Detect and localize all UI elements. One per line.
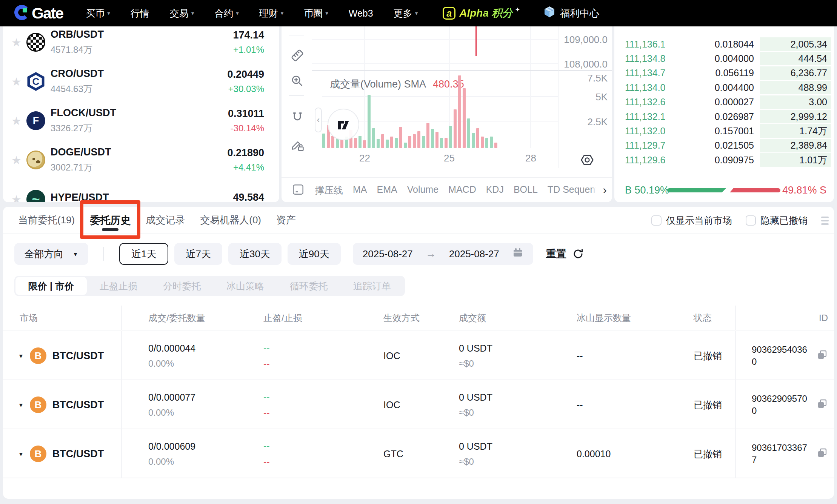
btc-icon: B [30, 446, 46, 462]
ask-price: 111,129.6 [625, 155, 666, 166]
favorite-star-icon[interactable]: ★ [11, 193, 25, 203]
expand-row-icon[interactable]: ▼ [18, 451, 24, 457]
copy-icon[interactable] [817, 349, 828, 362]
welfare-center-link[interactable]: 福利中心 [543, 5, 599, 22]
lock-drawings-tool-icon[interactable] [290, 137, 305, 154]
pair-volume: 4571.84万 [51, 44, 233, 56]
expand-row-icon[interactable]: ▼ [18, 402, 24, 408]
date-range-pill[interactable]: 近1天 [119, 243, 168, 265]
zoom-in-tool-icon[interactable] [290, 74, 305, 90]
chevron-down-icon: ▾ [107, 10, 110, 17]
date-range-pill[interactable]: 近90天 [288, 243, 341, 265]
ask-price: 111,132.6 [625, 97, 666, 108]
indicator-item[interactable]: EMA [377, 184, 397, 197]
order-pair: BTC/USDT [52, 350, 104, 362]
indicator-item[interactable]: Volume [407, 184, 439, 197]
date-range-picker[interactable]: 2025-08-27 → 2025-08-27 [353, 243, 533, 265]
volume-bar [422, 136, 425, 148]
ask-cumulative: 3.00 [760, 95, 831, 109]
watchlist-row[interactable]: ★ ORB/USDT 4571.84万 174.14 +1.01% [3, 26, 279, 62]
nav-menu-item[interactable]: 行情 ▾ [131, 7, 149, 20]
reset-button[interactable]: 重置 [546, 247, 584, 261]
indicator-item[interactable]: BOLL [514, 184, 538, 197]
gate-logo[interactable]: Gate [13, 3, 63, 23]
calendar-icon[interactable] [291, 183, 305, 198]
orders-table-header: 市场 成交/委托数量 止盈/止损 生效方式 成交额 冰山显示数量 状态 ID [3, 306, 834, 330]
pair-name: ORB/USDT [51, 29, 233, 40]
orderbook-row[interactable]: 111,132.6 0.000027 3.00 [614, 95, 834, 109]
order-type-tab[interactable]: 分时委托 [150, 277, 214, 295]
nav-menu-item[interactable]: 合约 ▾ [214, 7, 239, 20]
watchlist-row[interactable]: ★ F FLOCK/USDT 3326.27万 0.31011 -30.14% [3, 101, 279, 140]
orderbook-row[interactable]: 111,132.0 0.157001 1.74万 [614, 124, 834, 138]
checkbox-icon[interactable] [746, 215, 756, 226]
indicator-item[interactable]: MA [353, 184, 367, 197]
order-type-tab[interactable]: 限价 | 市价 [15, 277, 87, 295]
iceberg-amount: -- [574, 400, 691, 410]
orderbook-row[interactable]: 111,134.8 0.004000 444.54 [614, 51, 834, 66]
orders-tab[interactable]: 当前委托(19) [18, 207, 75, 234]
ruler-tool-icon[interactable] [290, 48, 305, 64]
nav-menu-item[interactable]: Web3 ▾ [349, 8, 373, 19]
orderbook-row[interactable]: 111,136.1 0.018044 2,005.34 [614, 37, 834, 51]
magnet-tool-icon[interactable] [290, 110, 305, 126]
direction-filter-dropdown[interactable]: 全部方向 ▼ [14, 243, 88, 265]
ask-cumulative: 1.01万 [760, 153, 831, 167]
arrow-right-icon: → [426, 248, 436, 260]
btc-icon: B [30, 347, 46, 364]
favorite-star-icon[interactable]: ★ [11, 36, 25, 49]
pair-price: 0.20449 [227, 69, 264, 80]
favorite-star-icon[interactable]: ★ [11, 154, 25, 167]
copy-icon[interactable] [817, 447, 828, 460]
collapse-toolbar-handle[interactable]: ‹ [315, 108, 322, 132]
orderbook-row[interactable]: 111,134.7 0.056119 6,236.77 [614, 66, 834, 80]
orders-tab[interactable]: 成交记录 [146, 207, 185, 234]
indicator-item[interactable]: KDJ [486, 184, 504, 197]
show-current-market-checkbox[interactable]: 仅显示当前市场 [651, 214, 732, 227]
order-type-tab[interactable]: 循环委托 [277, 277, 340, 295]
nav-menu-item[interactable]: 买币 ▾ [86, 7, 110, 20]
volume-bar [390, 137, 393, 148]
nav-menu-item[interactable]: 币圈 ▾ [304, 7, 328, 20]
ask-cumulative: 488.99 [760, 81, 831, 94]
nav-menu-item[interactable]: 更多 ▾ [394, 7, 418, 20]
favorite-star-icon[interactable]: ★ [11, 75, 25, 88]
checkbox-icon[interactable] [651, 215, 662, 226]
favorite-star-icon[interactable]: ★ [11, 114, 25, 128]
copy-icon[interactable] [817, 398, 828, 411]
sparkle-icon: ✦ [515, 6, 520, 13]
pair-price: 174.14 [233, 29, 264, 41]
take-profit: -- [263, 391, 380, 402]
hide-cancelled-checkbox[interactable]: 隐藏已撤销 [746, 214, 808, 227]
volume-bar [449, 126, 452, 148]
order-type-tab[interactable]: 追踪订单 [340, 277, 404, 295]
order-type-tab[interactable]: 冰山策略 [214, 277, 277, 295]
orderbook-row[interactable]: 111,129.6 0.090975 1.01万 [614, 153, 834, 167]
deal-usd: ≈$0 [459, 456, 574, 467]
watchlist-row[interactable]: ★ CRO/USDT 4454.63万 0.20449 +30.03% [3, 62, 279, 101]
orders-tab[interactable]: 资产 [276, 207, 296, 234]
order-type-tab[interactable]: 止盈止损 [87, 277, 150, 295]
orders-tab[interactable]: 委托历史 [90, 207, 131, 234]
tradingview-logo[interactable] [328, 109, 359, 140]
watchlist-row[interactable]: ★ DOGE/USDT 3002.71万 0.21890 +4.41% [3, 140, 279, 180]
alpha-points-link[interactable]: a Alpha 积分 ✦ [443, 6, 522, 20]
indicator-item[interactable]: 撑压线 [315, 184, 343, 197]
chevron-right-icon[interactable]: › [591, 183, 607, 197]
volume-bar [413, 134, 416, 148]
expand-row-icon[interactable]: ▼ [18, 353, 24, 359]
orderbook-row[interactable]: 111,132.1 0.026987 2,999.12 [614, 109, 834, 124]
date-range-pill[interactable]: 近30天 [228, 243, 282, 265]
orderbook-panel: 111,136.1 0.018044 2,005.34 111,134.8 0.… [614, 26, 834, 202]
watchlist-row[interactable]: ★ ~ HYPE/USDT 49.584 [3, 180, 279, 202]
nav-menu-item[interactable]: 理财 ▾ [259, 7, 284, 20]
orderbook-row[interactable]: 111,129.7 0.021505 2,389.84 [614, 138, 834, 153]
coin-icon: F [26, 111, 45, 130]
date-range-pill[interactable]: 近7天 [174, 243, 222, 265]
indicator-item[interactable]: MACD [448, 184, 476, 197]
orderbook-row[interactable]: 111,134.0 0.004400 488.99 [614, 80, 834, 95]
orders-tab[interactable]: 交易机器人(0) [200, 207, 261, 234]
nav-menu-item[interactable]: 交易 ▾ [170, 7, 194, 20]
list-settings-icon[interactable] [821, 217, 829, 225]
axis-settings-icon[interactable] [580, 152, 595, 169]
